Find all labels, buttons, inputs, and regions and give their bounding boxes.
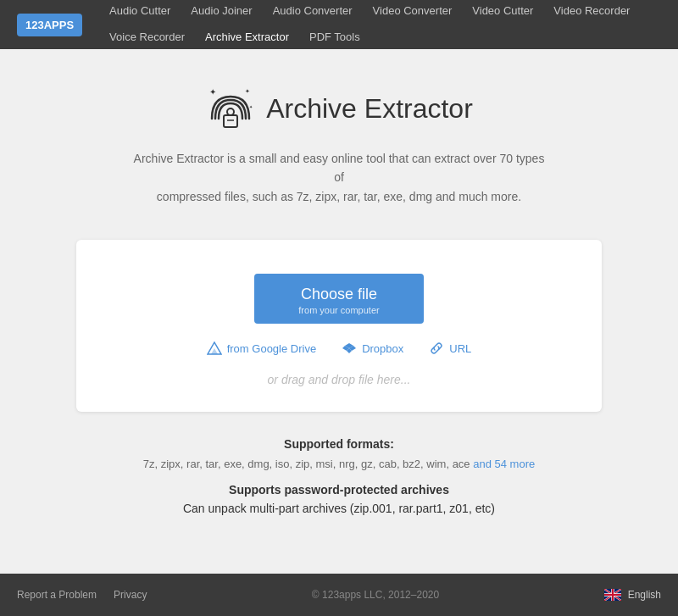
nav-video-converter[interactable]: Video Converter — [363, 0, 463, 24]
google-drive-icon — [207, 341, 222, 356]
hero-section: ✦ ✦ ✦ Archive Extractor Archive Extracto… — [127, 83, 551, 214]
more-formats-link[interactable]: and 54 more — [473, 458, 535, 470]
nav-pdf-tools[interactable]: PDF Tools — [299, 24, 370, 52]
footer-links: Report a Problem Privacy — [17, 589, 147, 601]
logo-area: ✦ ✦ ✦ Archive Extractor — [205, 83, 473, 134]
choose-file-label: Choose file — [301, 286, 377, 303]
svg-marker-7 — [211, 348, 218, 354]
footer: Report a Problem Privacy © 123apps LLC, … — [0, 574, 678, 616]
url-label: URL — [449, 342, 471, 355]
nav-audio-converter[interactable]: Audio Converter — [263, 0, 363, 24]
dropbox-label: Dropbox — [362, 342, 403, 355]
page-title: Archive Extractor — [266, 93, 473, 125]
nav-audio-joiner[interactable]: Audio Joiner — [181, 0, 262, 24]
google-drive-label: from Google Drive — [227, 342, 316, 355]
header: 123APPS Audio Cutter Audio Joiner Audio … — [0, 0, 678, 49]
url-link[interactable]: URL — [429, 341, 471, 356]
flag-icon — [604, 589, 621, 601]
upload-box: Choose file from your computer from Goog… — [76, 240, 602, 412]
svg-point-4 — [227, 108, 234, 115]
footer-language[interactable]: English — [604, 589, 661, 601]
dropbox-icon — [342, 341, 357, 356]
svg-text:✦: ✦ — [245, 88, 250, 94]
choose-file-sublabel: from your computer — [298, 305, 379, 315]
choose-file-button[interactable]: Choose file from your computer — [254, 274, 424, 324]
google-drive-link[interactable]: from Google Drive — [207, 341, 316, 356]
archive-extractor-icon: ✦ ✦ ✦ — [205, 83, 256, 134]
nav-video-recorder[interactable]: Video Recorder — [543, 0, 640, 24]
report-problem-link[interactable]: Report a Problem — [17, 589, 97, 601]
multipart-feature: Can unpack multi-part archives (zip.001,… — [143, 502, 535, 515]
svg-text:✦: ✦ — [209, 87, 216, 97]
nav-archive-extractor[interactable]: Archive Extractor — [195, 24, 299, 52]
formats-title: Supported formats: — [143, 437, 535, 451]
hero-description: Archive Extractor is a small and easy on… — [127, 149, 551, 206]
main-content: ✦ ✦ ✦ Archive Extractor Archive Extracto… — [0, 49, 678, 574]
language-label: English — [628, 589, 661, 601]
link-icon — [429, 341, 444, 356]
password-feature: Supports password-protected archives — [143, 483, 535, 497]
nav-video-cutter[interactable]: Video Cutter — [462, 0, 543, 24]
nav-voice-recorder[interactable]: Voice Recorder — [99, 24, 195, 52]
dropbox-link[interactable]: Dropbox — [342, 341, 403, 356]
svg-rect-3 — [224, 115, 237, 127]
formats-list: 7z, zipx, rar, tar, exe, dmg, iso, zip, … — [143, 456, 535, 473]
main-nav: Audio Cutter Audio Joiner Audio Converte… — [99, 0, 661, 52]
svg-text:✦: ✦ — [249, 104, 253, 109]
privacy-link[interactable]: Privacy — [114, 589, 147, 601]
logo[interactable]: 123APPS — [17, 14, 82, 36]
drag-drop-hint: or drag and drop file here... — [268, 373, 411, 386]
nav-audio-cutter[interactable]: Audio Cutter — [99, 0, 181, 24]
upload-sources: from Google Drive Dropbox — [207, 341, 472, 356]
info-section: Supported formats: 7z, zipx, rar, tar, e… — [143, 437, 535, 520]
footer-copyright: © 123apps LLC, 2012–2020 — [312, 589, 439, 601]
